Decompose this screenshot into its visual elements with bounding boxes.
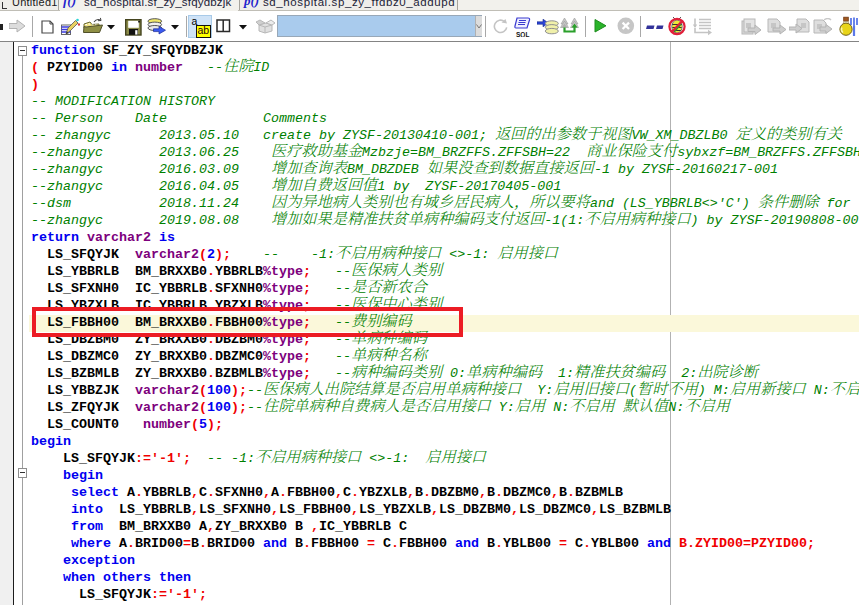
svg-text:SQL: SQL [516, 31, 529, 38]
